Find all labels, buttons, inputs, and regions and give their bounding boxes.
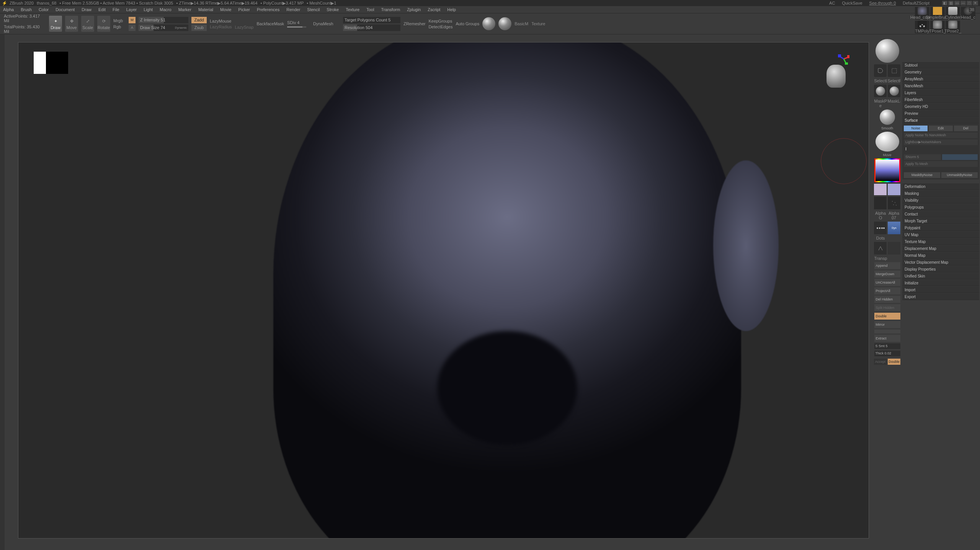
uncreaseall-button[interactable]: UnCreaseAll <box>874 279 900 286</box>
menu-layer[interactable]: Layer <box>126 7 137 12</box>
palette-texturemap[interactable]: Texture Map <box>902 238 979 245</box>
left-tray[interactable] <box>0 34 5 550</box>
alpha-thumbnail[interactable] <box>34 52 68 74</box>
menu-light[interactable]: Light <box>144 7 153 12</box>
menu-brush[interactable]: Brush <box>21 7 32 12</box>
tool-tpose1[interactable]: TPose1_ <box>930 21 945 33</box>
stroke-dots-button[interactable] <box>874 222 887 234</box>
rotate-mode-button[interactable]: ⟳Rotate <box>97 16 110 32</box>
zadd-button[interactable]: Zadd <box>191 17 207 23</box>
move-mode-button[interactable]: ✥Move <box>65 16 78 32</box>
mirror-button[interactable]: Mirror <box>874 321 900 328</box>
palette-normalmap[interactable]: Normal Map <box>902 252 979 259</box>
palette-layers[interactable]: Layers <box>902 90 979 96</box>
alpha-off-tile[interactable] <box>874 197 887 209</box>
palette-uvmap[interactable]: UV Map <box>902 232 979 238</box>
tool-simplebrush[interactable]: SimpleBrush <box>930 7 945 20</box>
palette-display-props[interactable]: Display Properties <box>902 266 979 273</box>
menu2-icon[interactable]: ▥ <box>948 1 954 5</box>
zremesher-button[interactable]: ZRemesher <box>403 21 425 26</box>
menu-stencil[interactable]: Stencil <box>307 7 320 12</box>
thick-slider[interactable]: Thick 0.02 <box>874 351 900 356</box>
tool-cylinder[interactable]: Cylinder <box>946 7 960 20</box>
palette-geometry[interactable]: Geometry <box>902 69 979 75</box>
menu-zplugin[interactable]: Zplugin <box>407 7 421 12</box>
tool-tpose2[interactable]: TPose2_ <box>946 21 960 33</box>
palette-surface[interactable]: Surface <box>902 117 979 124</box>
keepgroups-button[interactable]: KeepGroups <box>428 19 452 23</box>
delhidden-button[interactable]: Del Hidden <box>874 296 900 303</box>
double-button[interactable]: Double <box>874 313 900 320</box>
detectedges-button[interactable]: DetectEdges <box>428 24 452 29</box>
menu-tool[interactable]: Tool <box>366 7 374 12</box>
nav-gizmo[interactable] <box>815 53 849 88</box>
zintensity-slider[interactable]: Z Intensity 51 <box>139 17 188 23</box>
resolution-slider[interactable]: Resolution 504 <box>343 24 400 31</box>
s-smt-slider[interactable]: S Smt 5 <box>874 343 900 349</box>
palette-preview[interactable]: Preview <box>902 110 979 117</box>
menu-help[interactable]: Help <box>447 7 456 12</box>
projectall-button[interactable]: ProjectAll <box>874 287 900 294</box>
menu-file[interactable]: File <box>113 7 119 12</box>
edit-noise-button[interactable]: Edit <box>929 126 952 131</box>
swatch-secondary[interactable] <box>874 184 887 195</box>
menu-color[interactable]: Color <box>39 7 49 12</box>
quicksave-button[interactable]: QuickSave <box>842 1 862 5</box>
palette-initialize[interactable]: Initialize <box>902 280 979 286</box>
autogroups-button[interactable]: Auto Groups <box>456 21 479 26</box>
splithidden-button[interactable]: Split Hidden <box>874 304 900 311</box>
rgb-label[interactable]: Rgb <box>113 24 126 29</box>
menu-stroke[interactable]: Stroke <box>327 7 339 12</box>
scale-mode-button[interactable]: ⤢Scale <box>81 16 94 32</box>
nav-head-thumb[interactable] <box>826 65 846 88</box>
alpha-07-tile[interactable] <box>888 197 900 209</box>
accept-button[interactable]: Accept <box>874 359 887 365</box>
apply-nanomesh-button[interactable]: Apply Noise To NanoMesh <box>904 132 978 138</box>
menu-transform[interactable]: Transform <box>381 7 400 12</box>
minimize-icon[interactable]: — <box>960 1 966 5</box>
seethrough-slider[interactable]: See-through 0 <box>869 1 896 5</box>
menu-macro[interactable]: Macro <box>160 7 172 12</box>
palette-vdm[interactable]: Vector Displacement Map <box>902 259 979 266</box>
del-noise-button[interactable]: Del <box>954 126 978 131</box>
transp-button[interactable] <box>874 242 887 255</box>
menu-document[interactable]: Document <box>56 7 75 12</box>
current-material-sphere[interactable] <box>875 39 899 63</box>
menu-picker[interactable]: Picker <box>238 7 250 12</box>
text-cursor-area[interactable]: I <box>904 146 978 153</box>
backfacemask-button[interactable]: BackfaceMask <box>256 21 284 26</box>
smooth-brush-button[interactable] <box>880 109 895 125</box>
mask-pen-button[interactable] <box>874 85 887 97</box>
palette-contact[interactable]: Contact <box>902 211 979 217</box>
snorm-slider[interactable]: SNorm 5 <box>904 154 941 160</box>
palette-unified-skin[interactable]: Unified Skin <box>902 273 979 279</box>
menu-draw[interactable]: Draw <box>82 7 91 12</box>
palette-visibility[interactable]: Visibility <box>902 197 979 204</box>
viewport[interactable] <box>18 42 869 539</box>
draw-mode-button[interactable]: ✦Draw <box>49 16 62 32</box>
extract-button[interactable]: Extract <box>874 335 900 342</box>
menu-edit[interactable]: Edit <box>98 7 106 12</box>
select-rect-button[interactable] <box>888 64 900 77</box>
menu-zscript[interactable]: Zscript <box>428 7 440 12</box>
lazymouse-button[interactable]: LazyMouse <box>210 19 232 23</box>
palette-import[interactable]: Import <box>902 287 979 293</box>
menu-movie[interactable]: Movie <box>220 7 231 12</box>
mergedown-button[interactable]: MergeDown <box>874 271 900 277</box>
menu-material[interactable]: Material <box>198 7 213 12</box>
stroke-dynamic-button[interactable]: Dyn <box>888 222 900 234</box>
dynamesh-button[interactable]: DynaMesh <box>313 21 340 26</box>
palette-morphtarget[interactable]: Morph Target <box>902 218 979 224</box>
a-button[interactable]: A <box>129 24 136 31</box>
ghost-button[interactable] <box>888 242 900 255</box>
tool-tmpoly[interactable]: TMPoly <box>915 21 929 33</box>
color-picker-inner[interactable] <box>875 160 899 181</box>
menu-render[interactable]: Render <box>286 7 300 12</box>
palette-arraymesh[interactable]: ArrayMesh <box>902 76 979 82</box>
double-toggle[interactable]: Double <box>888 359 900 365</box>
menu-texture[interactable]: Texture <box>346 7 359 12</box>
swatch-primary[interactable] <box>888 184 900 195</box>
menu-preferences[interactable]: Preferences <box>257 7 279 12</box>
palette-polypaint[interactable]: Polypaint <box>902 225 979 231</box>
zsub-button[interactable]: Zsub <box>191 24 207 31</box>
